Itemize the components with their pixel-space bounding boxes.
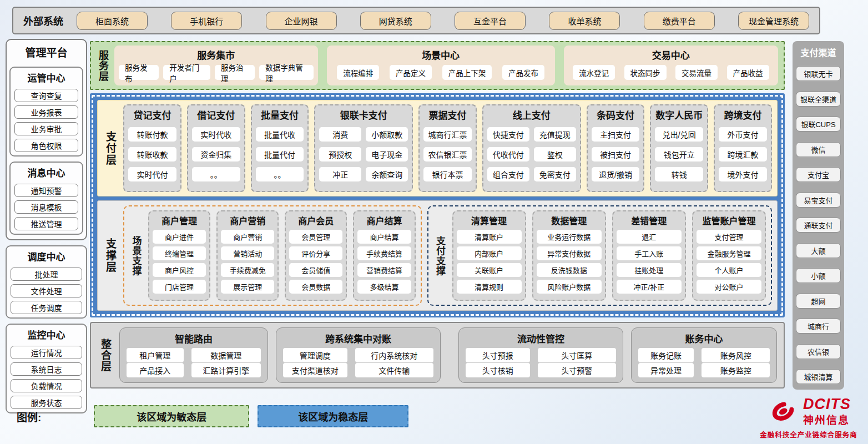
management-item-button[interactable]: 业务审批 (14, 122, 78, 135)
support-item-button[interactable]: 商户营销 (221, 230, 274, 244)
management-item-button[interactable]: 推送管理 (14, 217, 78, 230)
payment-item-button[interactable]: 批量代付 (256, 147, 304, 162)
support-item-button[interactable]: 关联账户 (457, 263, 522, 277)
payment-item-button[interactable]: 转钱 (655, 167, 703, 181)
payment-item-button[interactable]: 主扫支付 (592, 127, 640, 142)
integration-item-button[interactable]: 头寸预警 (538, 363, 616, 377)
payment-item-button[interactable]: 银行本票 (423, 167, 472, 181)
service-item-button[interactable]: 数据字典管理 (259, 65, 313, 80)
service-item-button[interactable]: 开发者门户 (163, 65, 210, 80)
support-item-button[interactable]: 金融服务管理 (697, 246, 761, 260)
payment-item-button[interactable]: 被扫支付 (592, 147, 640, 162)
integration-item-button[interactable]: 租户管理 (127, 348, 184, 362)
support-item-button[interactable]: 异常支付数据 (537, 246, 602, 260)
support-item-button[interactable]: 会员储值 (289, 263, 342, 277)
external-system-button[interactable]: 手机银行 (171, 12, 242, 30)
support-item-button[interactable]: 内部账户 (457, 246, 522, 260)
support-item-button[interactable]: 手续费结算 (357, 246, 411, 260)
support-item-button[interactable]: 会员管理 (289, 230, 342, 244)
payment-item-button[interactable]: 转账付款 (128, 127, 176, 142)
integration-item-button[interactable]: 头寸预报 (466, 348, 530, 362)
payment-item-button[interactable]: 。。 (256, 167, 304, 181)
support-item-button[interactable]: 支付管理 (697, 230, 761, 244)
management-item-button[interactable]: 通知预警 (14, 184, 78, 197)
service-item-button[interactable]: 状态同步 (624, 65, 667, 80)
payment-item-button[interactable]: 实时代付 (128, 167, 176, 181)
payment-item-button[interactable]: 组合支付 (487, 167, 529, 181)
support-item-button[interactable]: 商户进件 (153, 230, 206, 244)
payment-channel-button[interactable]: 超网 (796, 294, 841, 309)
management-item-button[interactable]: 消息模板 (14, 200, 78, 214)
support-item-button[interactable]: 挂账处理 (617, 263, 682, 277)
integration-item-button[interactable]: 文件传输 (355, 363, 433, 377)
service-item-button[interactable]: 产品收益 (727, 65, 769, 80)
management-item-button[interactable]: 查询查复 (14, 89, 78, 102)
management-item-button[interactable]: 业务报表 (14, 105, 78, 119)
external-system-button[interactable]: 柜面系统 (77, 12, 148, 30)
payment-item-button[interactable]: 。。 (192, 167, 240, 181)
management-item-button[interactable]: 角色权限 (14, 139, 78, 152)
payment-channel-button[interactable]: 农信银 (796, 344, 841, 359)
external-system-button[interactable]: 收单系统 (549, 12, 620, 30)
payment-channel-button[interactable]: 微信 (796, 142, 841, 157)
payment-item-button[interactable]: 资金归集 (192, 147, 240, 162)
support-item-button[interactable]: 反洗钱数据 (537, 263, 602, 277)
external-system-button[interactable]: 现金管理系统 (738, 12, 809, 30)
service-item-button[interactable]: 流程编排 (337, 65, 379, 80)
payment-channel-button[interactable]: 大额 (796, 243, 841, 258)
integration-item-button[interactable]: 账务风控 (702, 348, 770, 362)
integration-item-button[interactable]: 账务记账 (638, 348, 694, 362)
support-item-button[interactable]: 门店管理 (153, 280, 206, 294)
integration-item-button[interactable]: 异常处理 (638, 363, 694, 377)
external-system-button[interactable]: 互金平台 (455, 12, 526, 30)
service-item-button[interactable]: 服务治理 (215, 65, 255, 80)
payment-item-button[interactable]: 兑出/兑回 (655, 127, 703, 142)
management-item-button[interactable]: 系统日志 (11, 362, 82, 376)
payment-item-button[interactable]: 城商行汇票 (423, 127, 472, 142)
payment-item-button[interactable]: 转账收款 (128, 147, 176, 162)
service-item-button[interactable]: 服务发布 (119, 65, 159, 80)
support-item-button[interactable]: 会员数据 (289, 280, 342, 294)
service-item-button[interactable]: 产品上下架 (442, 65, 492, 80)
management-item-button[interactable]: 批处理 (11, 268, 82, 281)
payment-item-button[interactable]: 预授权 (319, 147, 361, 162)
support-item-button[interactable]: 商户结算 (357, 230, 411, 244)
support-item-button[interactable]: 手续费减免 (221, 263, 274, 277)
payment-channel-button[interactable]: 银联全渠道 (796, 92, 841, 107)
support-item-button[interactable]: 手工入账 (617, 246, 682, 260)
support-item-button[interactable]: 冲正/补正 (617, 280, 682, 294)
support-item-button[interactable]: 清算规则 (457, 280, 522, 294)
support-item-button[interactable]: 评价分享 (289, 246, 342, 260)
external-system-button[interactable]: 缴费平台 (644, 12, 715, 30)
payment-channel-button[interactable]: 银联无卡 (796, 66, 841, 81)
support-item-button[interactable]: 业务运行数据 (537, 230, 602, 244)
payment-item-button[interactable]: 免密支付 (534, 167, 576, 181)
payment-item-button[interactable]: 消费 (319, 127, 361, 142)
support-item-button[interactable]: 风险账户数据 (537, 280, 602, 294)
management-item-button[interactable]: 负载情况 (11, 379, 82, 392)
payment-item-button[interactable]: 充值提现 (534, 127, 576, 142)
payment-item-button[interactable]: 外币支付 (719, 127, 767, 142)
payment-item-button[interactable]: 代收代付 (487, 147, 529, 162)
service-item-button[interactable]: 交易流量 (675, 65, 718, 80)
integration-item-button[interactable]: 行内系统核对 (355, 348, 433, 362)
external-system-button[interactable]: 企业网银 (266, 12, 337, 30)
payment-item-button[interactable]: 小额取款 (366, 127, 408, 142)
payment-item-button[interactable]: 鉴权 (534, 147, 576, 162)
payment-item-button[interactable]: 退货/撤销 (592, 167, 640, 181)
payment-item-button[interactable]: 批量代收 (256, 127, 304, 142)
support-item-button[interactable]: 展示管理 (221, 280, 274, 294)
management-item-button[interactable]: 文件处理 (11, 284, 82, 297)
support-item-button[interactable]: 退汇 (617, 230, 682, 244)
integration-item-button[interactable]: 账务监控 (702, 363, 770, 377)
payment-item-button[interactable]: 余额查询 (366, 167, 408, 181)
support-item-button[interactable]: 终端管理 (153, 246, 206, 260)
payment-item-button[interactable]: 钱包开立 (655, 147, 703, 162)
service-item-button[interactable]: 流水登记 (573, 65, 615, 80)
support-item-button[interactable]: 多级结算 (357, 280, 411, 294)
integration-item-button[interactable]: 汇路计算引擎 (191, 363, 261, 377)
support-item-button[interactable]: 个人账户 (697, 263, 761, 277)
integration-item-button[interactable]: 头寸匡算 (538, 348, 616, 362)
support-item-button[interactable]: 清算账户 (457, 230, 522, 244)
integration-item-button[interactable]: 头寸核销 (466, 363, 530, 377)
